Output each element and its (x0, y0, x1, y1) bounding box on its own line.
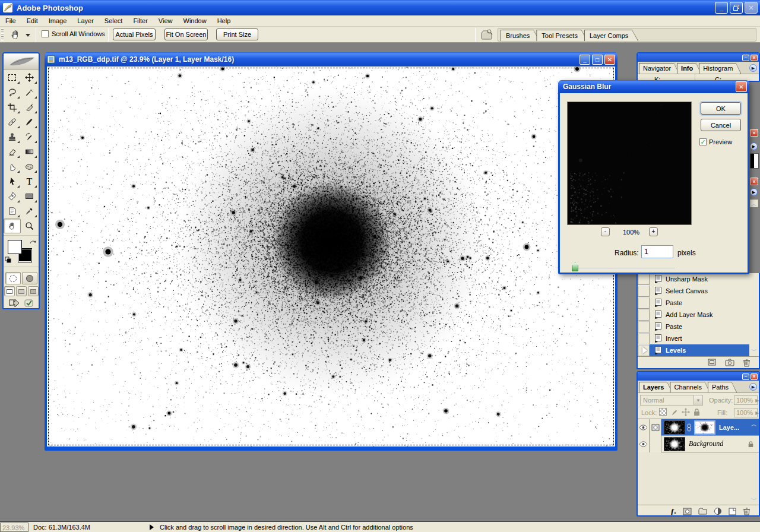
doc-minimize-button[interactable]: _ (580, 55, 590, 65)
menu-edit[interactable]: Edit (21, 16, 43, 26)
hidden-palette-menu-button[interactable]: ▶ (750, 142, 758, 150)
add-layer-mask-button[interactable] (683, 508, 692, 515)
fill-value[interactable]: 100%▶ (734, 408, 758, 417)
magic-wand-tool[interactable] (21, 85, 38, 100)
history-item[interactable]: Unsharp Mask (638, 273, 759, 285)
image-canvas-area[interactable] (47, 66, 615, 446)
layer-thumbnail[interactable] (664, 437, 685, 451)
history-source-well[interactable] (638, 285, 650, 297)
lasso-tool[interactable] (4, 85, 21, 100)
layer-name[interactable]: Background (689, 439, 723, 448)
preview-checkbox[interactable]: ✓ (699, 138, 707, 145)
scroll-all-windows-option[interactable]: Scroll All Windows (42, 30, 105, 37)
scroll-up-arrow[interactable]: ︿ (750, 420, 758, 428)
history-item[interactable]: Add Layer Mask (638, 309, 759, 321)
new-adjustment-layer-button[interactable] (714, 507, 722, 515)
new-group-button[interactable] (698, 508, 707, 515)
radius-slider-track[interactable] (573, 268, 675, 269)
standard-mode-button[interactable] (5, 272, 21, 284)
document-titlebar[interactable]: m13_RGB_ddp.tif @ 23.9% (Layer 1, Layer … (45, 52, 618, 66)
status-arrow-icon[interactable] (150, 524, 154, 530)
history-source-well[interactable] (638, 273, 650, 285)
slice-tool[interactable] (21, 100, 38, 115)
layer-name[interactable]: Laye... (719, 424, 739, 431)
palette-close-button[interactable]: x (750, 55, 758, 61)
tab-brushes[interactable]: Brushes (501, 30, 540, 41)
gradient-tool[interactable] (21, 144, 38, 159)
crop-tool[interactable] (4, 100, 21, 115)
delete-state-button[interactable] (743, 359, 750, 367)
quick-mask-mode-button[interactable] (22, 272, 37, 284)
close-button[interactable]: ✕ (745, 2, 758, 14)
rectangular-marquee-tool[interactable] (4, 70, 21, 85)
radius-slider-thumb[interactable] (572, 262, 578, 271)
palette-close-button[interactable]: x (750, 373, 758, 380)
tab-layer-comps[interactable]: Layer Comps (584, 30, 638, 41)
history-source-well[interactable] (638, 309, 650, 321)
scroll-down-arrow[interactable]: ﹀ (750, 347, 758, 354)
history-item[interactable]: Paste (638, 297, 759, 309)
new-layer-button[interactable] (729, 508, 736, 515)
history-item-selected[interactable]: Levels (638, 344, 759, 356)
tab-histogram[interactable]: Histogram (699, 63, 741, 74)
tool-preset-dropdown-arrow[interactable] (26, 34, 30, 37)
pen-tool[interactable] (4, 189, 21, 204)
hidden-palette-close-button[interactable]: x (750, 178, 758, 185)
fit-on-screen-button[interactable]: Fit On Screen (164, 28, 208, 40)
ok-button[interactable]: OK (701, 102, 741, 115)
layer-visibility-toggle[interactable] (638, 436, 650, 452)
tab-layers[interactable]: Layers (639, 382, 672, 392)
move-tool[interactable] (21, 70, 38, 85)
layer-row-background[interactable]: Background (638, 436, 759, 452)
history-source-well[interactable] (638, 321, 650, 332)
path-selection-tool[interactable] (4, 174, 21, 189)
brush-tool[interactable] (21, 115, 38, 129)
blend-mode-select[interactable]: Normal ▼ (640, 395, 703, 406)
tab-tool-presets[interactable]: Tool Presets (536, 30, 588, 41)
new-document-from-state-button[interactable] (708, 359, 717, 366)
history-source-well[interactable] (638, 332, 650, 344)
mask-edit-indicator[interactable] (650, 419, 661, 436)
palette-menu-button[interactable]: ▶ (749, 383, 757, 391)
menu-layer[interactable]: Layer (72, 16, 99, 26)
history-brush-tool[interactable] (21, 129, 38, 144)
info-palette-titlebar[interactable]: – x (638, 53, 759, 62)
layer-row-layer1[interactable]: Laye... ︿ (638, 419, 759, 436)
layer-thumbnail[interactable] (664, 420, 685, 435)
cancel-button[interactable]: Cancel (701, 119, 741, 131)
toolbox-drag-handle[interactable] (4, 53, 39, 70)
file-browser-toggle[interactable] (480, 28, 494, 41)
menu-view[interactable]: View (153, 16, 178, 26)
palette-menu-button[interactable]: ▶ (749, 64, 757, 72)
edit-in-imageready-button[interactable] (9, 298, 23, 309)
layer-mask-thumbnail[interactable] (694, 420, 715, 435)
scroll-all-windows-checkbox[interactable] (42, 30, 49, 37)
restore-button[interactable] (730, 2, 743, 14)
menu-file[interactable]: File (0, 16, 21, 26)
palette-minimize-button[interactable]: – (742, 373, 749, 380)
new-snapshot-button[interactable] (725, 359, 734, 366)
menu-help[interactable]: Help (212, 16, 236, 26)
scroll-down-arrow[interactable]: ﹀ (750, 496, 758, 504)
minimize-button[interactable]: _ (715, 2, 728, 14)
healing-brush-tool[interactable] (4, 115, 21, 129)
lock-transparency-button[interactable] (659, 408, 667, 416)
zoom-out-button[interactable]: - (601, 227, 610, 236)
lock-position-button[interactable] (682, 408, 690, 416)
standard-screen-mode-button[interactable] (4, 286, 15, 296)
menu-window[interactable]: Window (178, 16, 212, 26)
hidden-palette-menu-button[interactable]: ▶ (750, 188, 758, 196)
layer-style-button[interactable]: ƒ. (670, 506, 676, 516)
history-source-well[interactable] (638, 297, 650, 309)
history-item[interactable]: Paste (638, 321, 759, 332)
dialog-titlebar[interactable]: Gaussian Blur ✕ (558, 80, 749, 93)
opacity-value[interactable]: 100%▶ (734, 395, 758, 405)
menu-image[interactable]: Image (43, 16, 72, 26)
layers-palette-titlebar[interactable]: – x (638, 372, 759, 381)
m13-star-cluster-image[interactable] (47, 66, 615, 446)
color-ramp-fragment[interactable] (750, 153, 759, 169)
default-colors-icon[interactable] (5, 256, 12, 264)
dialog-close-button[interactable]: ✕ (736, 81, 747, 92)
fullscreen-mode-button[interactable] (28, 286, 39, 296)
history-item[interactable]: Invert (638, 332, 759, 344)
